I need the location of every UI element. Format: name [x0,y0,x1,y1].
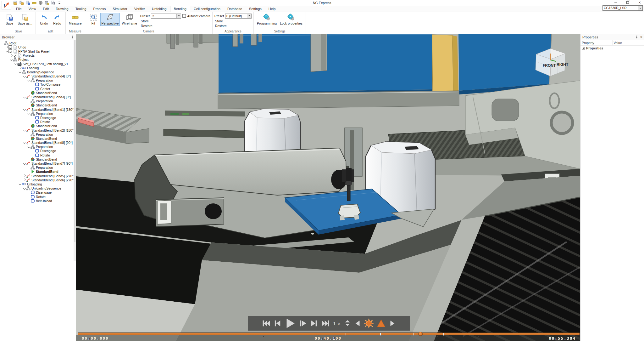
lock-properties-button[interactable]: Lock properties [279,13,304,26]
tree-item[interactable]: Root [0,41,76,45]
appearance-store-button[interactable]: Store [214,19,252,23]
pin-icon[interactable] [635,36,638,39]
tree-item[interactable]: Unloading [0,182,76,186]
tree-expander-icon[interactable] [23,108,26,111]
tree-item[interactable]: StandardBend [0,170,76,174]
tree-item[interactable]: Disengage [0,149,76,153]
menu-item-view[interactable]: View [25,6,40,12]
menu-item-file[interactable]: File [13,6,25,12]
tree-item[interactable]: Rotate [0,120,76,124]
tree-item[interactable]: StandardBend [Bend3] [0°] [0,95,76,99]
tree-item[interactable]: BeltUnload [0,199,76,203]
minimize-button[interactable] [613,0,618,5]
tree-expander-icon[interactable] [23,75,26,78]
tree-item[interactable]: Preparation [0,111,76,116]
browser-scrollbar[interactable] [74,40,76,261]
tree-item[interactable]: Preparation [0,99,76,103]
menu-item-drawing[interactable]: Drawing [52,6,72,12]
expand-icon[interactable] [582,47,585,50]
autoset-camera-checkbox[interactable] [182,14,186,18]
tree-expander-icon[interactable] [5,45,8,49]
menu-item-simulator[interactable]: Simulator [109,6,130,12]
menu-item-process[interactable]: Process [90,6,109,12]
fit-button[interactable]: Fit [87,13,100,26]
tree-item[interactable]: StandardBend [0,157,76,161]
speed-stepper-button[interactable] [344,319,351,328]
view-cube-front-label[interactable]: FRONT [543,63,556,68]
camera-store-button[interactable]: Store [140,19,210,23]
save-button[interactable]: Save [3,13,16,26]
tree-expander-icon[interactable] [23,95,26,99]
viewport-3d[interactable]: FRONT RIGHT 1 × 00:00.000 00:40.108 00:5… [76,34,580,341]
tree-expander-icon[interactable] [9,54,13,57]
go-to-end-button[interactable] [321,319,330,328]
menu-item-help[interactable]: Help [265,6,279,12]
tree-expander-icon[interactable] [23,174,26,178]
tree-item[interactable]: StandardBend [Bend4] [0°] [0,74,76,78]
tree-expander-icon[interactable] [18,182,22,186]
tree-item[interactable]: Project [0,58,76,62]
tree-item[interactable]: Undo [0,45,76,49]
tree-item[interactable]: Loading [0,66,76,70]
tree-item[interactable]: StandardBend [Bend1] [180°] [0,107,76,111]
tree-item[interactable]: Preparation [0,132,76,136]
chevron-down-icon[interactable] [176,14,181,18]
tree-item[interactable]: StandardBend [0,136,76,140]
tree-expander-icon[interactable] [5,49,8,53]
machine-selector[interactable]: CG1530D_LSR [602,5,643,11]
bend-indicator-button[interactable] [376,319,386,328]
tree-item[interactable]: StandardBend [Bend5] [270°] [0,174,76,178]
chevron-down-icon[interactable] [247,14,251,18]
tree-item[interactable]: BendingSequence [0,70,76,74]
appearance-restore-button[interactable]: Restore [214,23,252,28]
view-next-button[interactable] [388,319,397,327]
measure-button[interactable]: Measure [68,13,83,26]
tree-checkbox[interactable] [13,54,16,57]
tree-item[interactable]: StandardBend [Bend7] [90°] [0,161,76,165]
timeline-event-marker[interactable] [262,336,265,338]
redo-button[interactable]: Redo [51,13,64,26]
undo-button[interactable]: Undo [38,13,50,26]
wireframe-button[interactable]: Wireframe [120,13,138,26]
chevron-down-icon[interactable] [638,6,642,10]
tree-expander-icon[interactable] [27,79,31,82]
timeline-track[interactable] [78,332,580,335]
tree-item[interactable]: Projects [0,54,76,58]
tree-item[interactable]: StandardBend [Bend2] [180°] [0,128,76,132]
menu-item-unfolding[interactable]: Unfolding [148,6,170,12]
tree-item[interactable]: Disengage [0,190,76,195]
tree-expander-icon[interactable] [23,141,26,145]
tree-item[interactable]: Rotate [0,153,76,157]
tree-item[interactable]: Preparation [0,78,76,82]
tree-expander-icon[interactable] [27,112,31,115]
menu-item-edit[interactable]: Edit [39,6,52,12]
app-logo-icon[interactable] [2,1,11,9]
collision-indicator-button[interactable] [364,318,374,328]
tree-expander-icon[interactable] [18,66,22,70]
tree-checkbox[interactable] [8,49,12,53]
timeline-event-marker[interactable] [436,336,439,338]
tree-item[interactable]: Center [0,87,76,91]
tree-item[interactable]: Disengage [0,116,76,120]
timeline[interactable]: 00:00.000 00:40.108 00:55.384 [76,332,580,341]
tree-expander-icon[interactable] [23,128,26,132]
menu-item-database[interactable]: Database [224,6,246,12]
play-button[interactable] [284,318,296,329]
tree-item[interactable]: Preparation [0,166,76,170]
tree-item[interactable]: StandardBend [0,124,76,128]
tree-expander-icon[interactable] [23,162,26,165]
tree-item[interactable]: StandardBend [Bend8] [90°] [0,141,76,145]
tree-item[interactable]: Slot_EBe2720_LeftLoading_v1 [0,62,76,66]
menu-item-verifier[interactable]: Verifier [131,6,148,12]
tree-expander-icon[interactable] [27,145,31,149]
camera-restore-button[interactable]: Restore [140,23,210,28]
menu-item-bending[interactable]: Bending [170,6,190,12]
view-previous-button[interactable] [353,319,362,327]
menu-item-tooling[interactable]: Tooling [72,6,90,12]
tree-item[interactable]: StandardBend [0,103,76,107]
tree-checkbox[interactable] [8,45,12,49]
play-from-here-button[interactable] [298,319,308,328]
tree-expander-icon[interactable] [14,62,17,65]
close-button[interactable]: × [637,0,642,5]
perspective-button[interactable]: Perspective [100,13,120,26]
